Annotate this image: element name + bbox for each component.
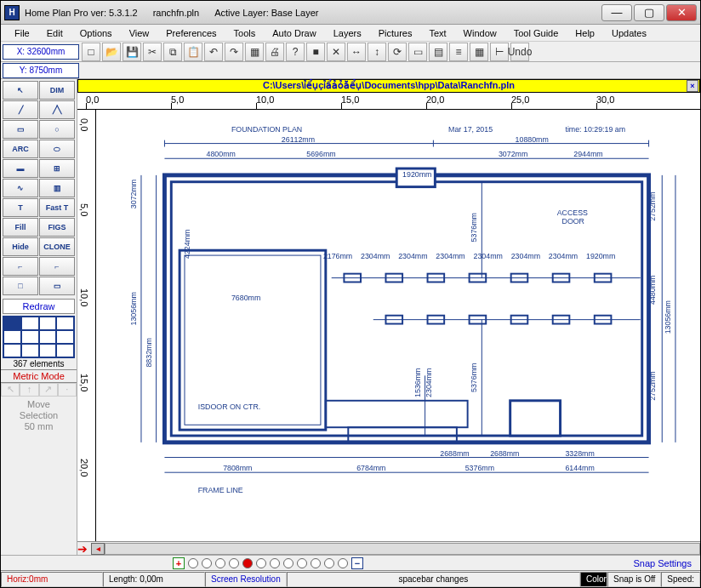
menu-updates[interactable]: Updates	[603, 26, 655, 40]
metric-mode[interactable]: Metric Mode	[1, 369, 77, 383]
move-h-button[interactable]: ↔	[347, 43, 366, 61]
tool-dim[interactable]: DIM	[39, 81, 75, 100]
tool-arrow[interactable]: ↖	[3, 81, 38, 100]
dims-button[interactable]: ⊢	[490, 43, 509, 61]
menu-pictures[interactable]: Pictures	[370, 26, 421, 40]
new-button[interactable]: □	[82, 43, 100, 61]
tool-shape3[interactable]: □	[3, 277, 38, 295]
tool-curve[interactable]: ∿	[3, 179, 38, 197]
nudge-arrows[interactable]: ↖↑↗·	[1, 383, 77, 397]
svg-text:FRAME LINE: FRAME LINE	[198, 486, 243, 494]
zoom-in-button[interactable]: +	[173, 557, 185, 569]
redo-button[interactable]: ↷	[225, 43, 243, 61]
tool-line[interactable]: ╱	[3, 100, 38, 119]
svg-text:FOUNDATION PLAN: FOUNDATION PLAN	[231, 125, 302, 134]
undo-button[interactable]: ↶	[204, 43, 223, 61]
file-path-bar: C:\Users\ỉểụçỉẩảỏằểụ\Documents\hpp\Data\…	[77, 79, 700, 93]
svg-text:2176mm: 2176mm	[323, 252, 352, 260]
minimize-button[interactable]: —	[601, 4, 632, 21]
drawing-canvas[interactable]: FOUNDATION PLAN Mar 17, 2015 time: 10:29…	[96, 110, 700, 541]
status-resolution[interactable]: Screen Resolution	[205, 572, 287, 587]
tool-circle[interactable]: ○	[39, 120, 75, 139]
zoom-out-button[interactable]: −	[351, 557, 363, 569]
tool-shape1[interactable]: ⌐	[3, 257, 38, 276]
copy-button[interactable]: ⧉	[163, 43, 182, 61]
titlebar: H Home Plan Pro ver: 5.3.1.2 ranchfn.pln…	[1, 1, 700, 25]
snap-strip: + − Snap Settings	[1, 555, 700, 570]
svg-text:4800mm: 4800mm	[207, 150, 236, 158]
delete-button[interactable]: ✕	[327, 43, 345, 61]
menu-text[interactable]: Text	[420, 26, 454, 40]
coord-y: Y: 8750mm	[3, 63, 79, 78]
tool-clone[interactable]: CLONE	[39, 237, 75, 256]
svg-text:2304mm: 2304mm	[549, 252, 578, 260]
tool-hide[interactable]: Hide	[3, 237, 38, 256]
bring-front-button[interactable]: ▤	[429, 43, 447, 61]
pathbar-close[interactable]: ×	[687, 80, 698, 92]
app-icon: H	[4, 5, 20, 20]
rotate-button[interactable]: ⟳	[388, 43, 407, 61]
svg-text:2688mm: 2688mm	[440, 449, 469, 458]
svg-text:6144mm: 6144mm	[565, 464, 594, 472]
svg-text:time: 10:29:19 am: time: 10:29:19 am	[565, 125, 625, 134]
tool-text[interactable]: T	[3, 198, 38, 217]
tool-shape2[interactable]: ⌐	[39, 257, 75, 276]
move-v-button[interactable]: ↕	[368, 43, 386, 61]
tool-bars[interactable]: ▥	[39, 179, 75, 197]
tool-shape4[interactable]: ▭	[39, 277, 75, 295]
menu-options[interactable]: Options	[71, 26, 121, 40]
cut-button[interactable]: ✂	[143, 43, 162, 61]
rect-sel-button[interactable]: ▭	[408, 43, 427, 61]
maximize-button[interactable]: ▢	[634, 4, 664, 21]
snap-settings-link[interactable]: Snap Settings	[625, 558, 701, 568]
tool-grid3[interactable]: ⊞	[39, 159, 75, 178]
tool-wall[interactable]: ▬	[3, 159, 38, 178]
status-color[interactable]: Color	[580, 572, 607, 587]
status-speed: Speed:	[661, 572, 700, 587]
status-horiz: Horiz:0mm	[1, 572, 103, 587]
color-palette[interactable]	[3, 316, 75, 358]
tool-rect[interactable]: ▭	[3, 120, 38, 139]
svg-text:ISDOOR ON CTR.: ISDOOR ON CTR.	[198, 402, 261, 411]
menu-help[interactable]: Help	[567, 26, 603, 40]
menubar: FileEditOptionsViewPreferencesToolsAuto …	[1, 25, 700, 42]
save-button[interactable]: 💾	[123, 43, 141, 61]
menu-view[interactable]: View	[121, 26, 158, 40]
scroll-left-icon[interactable]: ➔	[77, 542, 91, 556]
redraw-button[interactable]: Redraw	[3, 299, 75, 314]
tool-polyline[interactable]: ╱╲	[39, 100, 75, 119]
menu-preferences[interactable]: Preferences	[157, 26, 225, 40]
stop-button[interactable]: ■	[306, 43, 325, 61]
svg-text:2752mm: 2752mm	[648, 371, 657, 400]
preview-button[interactable]: ▦	[245, 43, 264, 61]
print-button[interactable]: 🖨	[265, 43, 284, 61]
grid-button[interactable]: ▦	[470, 43, 488, 61]
tool-fasttext[interactable]: Fast T	[39, 198, 75, 217]
tool-figs[interactable]: FIGS	[39, 218, 75, 237]
svg-text:2304mm: 2304mm	[361, 252, 390, 260]
svg-text:2304mm: 2304mm	[511, 252, 540, 260]
menu-auto-draw[interactable]: Auto Draw	[264, 26, 324, 40]
scroll-left-button[interactable]: ◂	[91, 543, 105, 555]
menu-layers[interactable]: Layers	[325, 26, 370, 40]
status-space: spacebar changes	[287, 572, 580, 587]
menu-tool-guide[interactable]: Tool Guide	[505, 26, 567, 40]
tool-fill[interactable]: Fill	[3, 218, 38, 237]
menu-tools[interactable]: Tools	[225, 26, 265, 40]
horizontal-scrollbar[interactable]: ➔ ◂	[77, 541, 700, 555]
floor-plan: FOUNDATION PLAN Mar 17, 2015 time: 10:29…	[128, 125, 685, 526]
svg-rect-7	[510, 401, 561, 436]
menu-window[interactable]: Window	[455, 26, 505, 40]
svg-text:DOOR: DOOR	[562, 217, 584, 225]
open-button[interactable]: 📂	[102, 43, 121, 61]
menu-file[interactable]: File	[6, 26, 38, 40]
undo2-button[interactable]: Undo	[510, 43, 529, 61]
svg-text:2304mm: 2304mm	[436, 252, 464, 260]
tool-arc[interactable]: ARC	[3, 140, 38, 158]
tool-ellipse[interactable]: ⬭	[39, 140, 75, 158]
align-button[interactable]: ≡	[449, 43, 468, 61]
menu-edit[interactable]: Edit	[38, 26, 71, 40]
help-button[interactable]: ?	[286, 43, 305, 61]
close-button[interactable]: ✕	[666, 4, 697, 21]
paste-button[interactable]: 📋	[184, 43, 202, 61]
